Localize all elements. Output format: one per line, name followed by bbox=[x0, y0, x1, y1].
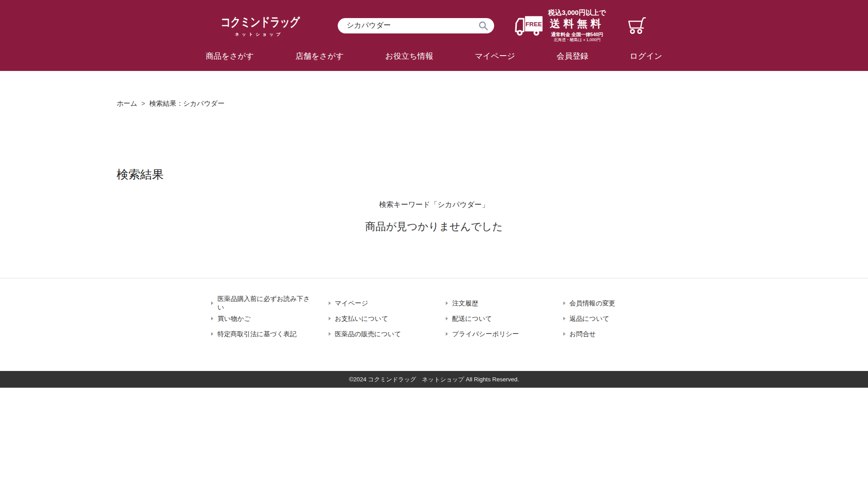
search-icon[interactable] bbox=[478, 21, 488, 31]
arrow-right-icon bbox=[563, 301, 566, 305]
footer-link-label: 医薬品購入前に必ずお読み下さい bbox=[217, 295, 317, 312]
logo-main-text: コクミンドラッグ bbox=[221, 14, 300, 30]
footer-column-4: 会員情報の変更 返品について お問合せ bbox=[552, 299, 669, 345]
search-results-area: 検索結果 検索キーワード「シカパウダー」 商品が見つかりませんでした bbox=[117, 167, 751, 278]
page-title: 検索結果 bbox=[117, 167, 751, 183]
footer-link-label: マイページ bbox=[335, 299, 368, 308]
footer-link-label: 注文履歴 bbox=[452, 299, 478, 308]
copyright-text: ©2024 コクミンドラッグ ネットショップ All Rights Reserv… bbox=[349, 376, 519, 383]
truck-free-badge: FREE bbox=[526, 20, 542, 27]
footer-link-label: お支払いについて bbox=[335, 314, 388, 323]
footer-link-label: 配送について bbox=[452, 314, 492, 323]
footer-column-1: 医薬品購入前に必ずお読み下さい 買い物かご 特定商取引法に基づく表記 bbox=[199, 299, 317, 345]
footer-link-label: プライバシーポリシー bbox=[452, 330, 519, 338]
breadcrumb-home-link[interactable]: ホーム bbox=[117, 99, 137, 107]
arrow-right-icon bbox=[211, 317, 213, 320]
arrow-right-icon bbox=[329, 332, 331, 336]
breadcrumb: ホーム>検索結果：シカパウダー bbox=[117, 71, 751, 108]
shipping-remote-fee: 北海道・離島は＋1,000円 bbox=[548, 38, 606, 42]
footer-link-label: 返品について bbox=[570, 314, 609, 323]
footer-link-privacy-policy[interactable]: プライバシーポリシー bbox=[446, 329, 552, 338]
arrow-right-icon bbox=[446, 301, 448, 305]
footer-link-drug-sales[interactable]: 医薬品の販売について bbox=[329, 329, 434, 338]
nav-item-info[interactable]: お役立ち情報 bbox=[385, 51, 433, 61]
arrow-right-icon bbox=[446, 332, 448, 336]
footer-link-mypage[interactable]: マイページ bbox=[329, 299, 434, 308]
footer-link-payment[interactable]: お支払いについて bbox=[329, 314, 434, 323]
nav-item-login[interactable]: ログイン bbox=[630, 51, 662, 61]
shipping-threshold: 税込3,000円以上で bbox=[548, 9, 606, 16]
footer-link-label: お問合せ bbox=[570, 330, 596, 338]
footer-column-2: マイページ お支払いについて 医薬品の販売について bbox=[317, 299, 434, 345]
logo-sub-text: ネットショップ bbox=[221, 32, 297, 38]
breadcrumb-current: 検索結果：シカパウダー bbox=[149, 99, 225, 107]
nav-item-mypage[interactable]: マイページ bbox=[475, 51, 515, 61]
no-results-block: 検索キーワード「シカパウダー」 商品が見つかりませんでした bbox=[117, 200, 751, 234]
free-shipping-truck-icon: FREE bbox=[514, 15, 543, 37]
shipping-normal-fee: 通常料金 全国一律540円 bbox=[548, 32, 606, 37]
search-input[interactable] bbox=[338, 18, 494, 33]
footer-link-delivery[interactable]: 配送について bbox=[446, 314, 552, 323]
copyright-bar: ©2024 コクミンドラッグ ネットショップ All Rights Reserv… bbox=[0, 371, 868, 388]
nav-item-register[interactable]: 会員登録 bbox=[557, 51, 588, 61]
arrow-right-icon bbox=[563, 317, 566, 320]
footer-link-contact[interactable]: お問合せ bbox=[563, 329, 669, 338]
breadcrumb-separator: > bbox=[142, 100, 145, 107]
footer-link-cart[interactable]: 買い物かご bbox=[211, 314, 317, 323]
site-logo[interactable]: コクミンドラッグ ネットショップ bbox=[221, 14, 317, 38]
arrow-right-icon bbox=[211, 301, 213, 305]
footer-link-returns[interactable]: 返品について bbox=[563, 314, 669, 323]
site-footer: 医薬品購入前に必ずお読み下さい 買い物かご 特定商取引法に基づく表記 マイページ… bbox=[0, 278, 868, 371]
arrow-right-icon bbox=[329, 317, 331, 320]
no-results-message: 商品が見つかりませんでした bbox=[117, 220, 751, 234]
footer-link-label: 特定商取引法に基づく表記 bbox=[217, 330, 297, 338]
cart-icon[interactable] bbox=[627, 16, 647, 35]
search-keyword-text: 検索キーワード「シカパウダー」 bbox=[117, 200, 751, 210]
header-top-row: コクミンドラッグ ネットショップ FREE 税込3,000円以上で bbox=[221, 0, 647, 51]
footer-column-3: 注文履歴 配送について プライバシーポリシー bbox=[434, 299, 552, 345]
nav-item-stores[interactable]: 店舗をさがす bbox=[296, 51, 344, 61]
search-box bbox=[338, 18, 494, 33]
footer-link-drug-notice[interactable]: 医薬品購入前に必ずお読み下さい bbox=[211, 299, 317, 308]
arrow-right-icon bbox=[446, 317, 448, 320]
footer-link-label: 医薬品の販売について bbox=[335, 330, 401, 338]
arrow-right-icon bbox=[563, 332, 566, 336]
footer-link-order-history[interactable]: 注文履歴 bbox=[446, 299, 552, 308]
free-shipping-banner: FREE 税込3,000円以上で 送料無料 通常料金 全国一律540円 北海道・… bbox=[514, 9, 606, 42]
nav-item-products[interactable]: 商品をさがす bbox=[206, 51, 254, 61]
footer-link-label: 会員情報の変更 bbox=[570, 299, 616, 308]
footer-link-label: 買い物かご bbox=[217, 314, 251, 323]
shipping-text-block: 税込3,000円以上で 送料無料 通常料金 全国一律540円 北海道・離島は＋1… bbox=[548, 9, 606, 42]
site-header: コクミンドラッグ ネットショップ FREE 税込3,000円以上で bbox=[0, 0, 868, 71]
shipping-free-label: 送料無料 bbox=[548, 18, 606, 29]
footer-link-member-info[interactable]: 会員情報の変更 bbox=[563, 299, 669, 308]
main-nav: 商品をさがす 店舗をさがす お役立ち情報 マイページ 会員登録 ログイン bbox=[206, 51, 662, 71]
arrow-right-icon bbox=[211, 332, 213, 336]
footer-link-columns: 医薬品購入前に必ずお読み下さい 買い物かご 特定商取引法に基づく表記 マイページ… bbox=[199, 299, 669, 345]
footer-link-commerce-law[interactable]: 特定商取引法に基づく表記 bbox=[211, 329, 317, 338]
arrow-right-icon bbox=[329, 301, 331, 305]
